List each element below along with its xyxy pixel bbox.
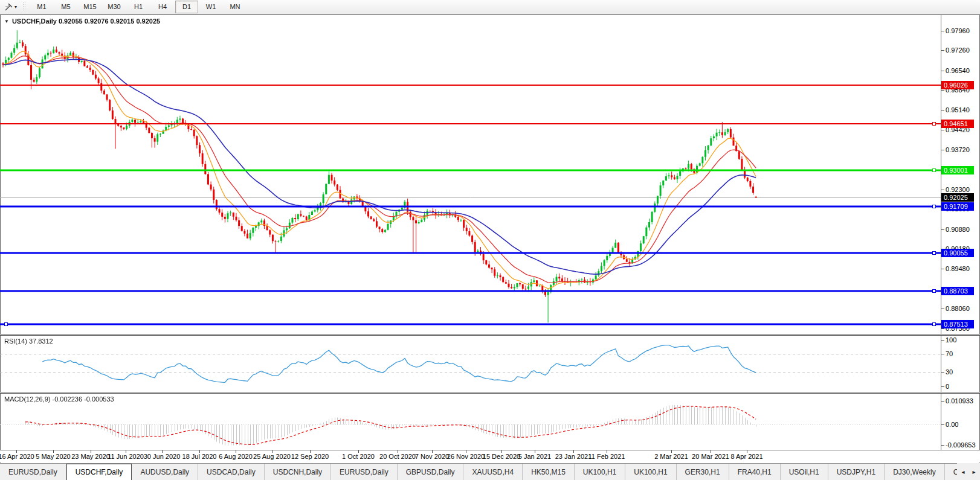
date-tick-label: 16 Apr 2020 <box>0 453 34 460</box>
main-price-chart[interactable] <box>0 15 941 334</box>
current-price-label: 0.92025 <box>941 193 974 202</box>
level-price-label: 0.94651 <box>941 120 974 128</box>
price-tick-label: 0.96540 <box>946 67 970 75</box>
level-price-label: 0.93001 <box>941 166 974 174</box>
date-tick-label: 12 Sep 2020 <box>291 453 329 460</box>
chart-tab-audusd-daily[interactable]: AUDUSD,Daily <box>132 464 198 480</box>
timeframe-button-m1[interactable]: M1 <box>30 1 53 13</box>
date-tick-label: 7 Nov 2020 <box>415 453 449 460</box>
chart-tab-usdcnh-daily[interactable]: USDCNH,Daily <box>265 464 331 480</box>
rsi-label: RSI(14) 37.8312 <box>4 338 53 345</box>
date-tick-label: 15 Dec 2020 <box>483 453 520 460</box>
date-tick-label: 26 Nov 2020 <box>447 453 485 460</box>
tab-scroll-right-icon[interactable]: ▸ <box>970 469 978 475</box>
chart-header-text: USDCHF,Daily 0.92055 0.92076 0.92015 0.9… <box>12 18 160 25</box>
crosshair-icon <box>5 3 13 11</box>
mt4-window: ▾ M1M5M15M30H1H4D1W1MN ▼ USDCHF,Daily 0.… <box>0 0 980 480</box>
chart-tab-fra40-h1[interactable]: FRA40,H1 <box>729 464 781 480</box>
tab-scroll-left-icon[interactable]: ◂ <box>959 469 967 475</box>
price-tick-label: 0.92300 <box>946 186 970 194</box>
price-tick-label: 0.93720 <box>946 146 970 154</box>
price-tick-label: 0.95140 <box>946 106 970 114</box>
date-tick-label: 30 Jun 2020 <box>144 453 181 460</box>
chart-tab-hk50-m15[interactable]: HK50,M15 <box>523 464 575 480</box>
date-tick-label: 5 Jan 2021 <box>518 453 551 460</box>
date-tick-label: 1 Oct 2020 <box>342 453 375 460</box>
timeframe-button-m30[interactable]: M30 <box>103 1 126 13</box>
date-tick-label: 11 Jun 2020 <box>108 453 144 460</box>
price-tick-label: 0.97260 <box>946 46 970 54</box>
chart-tab-uk100-h1[interactable]: UK100,H1 <box>625 464 676 480</box>
timeframe-button-group: M1M5M15M30H1H4D1W1MN <box>30 0 247 14</box>
chart-tab-xauusd-h4[interactable]: XAUUSD,H4 <box>463 464 523 480</box>
macd-indicator-panel[interactable] <box>0 394 941 449</box>
date-tick-label: 25 Aug 2020 <box>253 453 291 460</box>
timeframe-button-m5[interactable]: M5 <box>54 1 77 13</box>
timeframe-button-mn[interactable]: MN <box>224 1 247 13</box>
rsi-indicator-panel[interactable] <box>0 336 941 392</box>
date-axis: 16 Apr 20205 May 202023 May 202011 Jun 2… <box>0 450 980 462</box>
level-price-label: 0.90055 <box>941 249 974 257</box>
date-tick-label: 23 May 2020 <box>71 453 110 460</box>
price-tick-label: 0.97960 <box>946 27 970 35</box>
chart-tab-bar: EURUSD,DailyUSDCHF,DailyAUDUSD,DailyUSDC… <box>0 463 980 480</box>
chart-tab-gbpusd-daily[interactable]: GBPUSD,Daily <box>398 464 464 480</box>
date-tick-label: 5 May 2020 <box>36 453 70 460</box>
rsi-tick-label: 30 <box>946 368 953 376</box>
timeframe-button-h4[interactable]: H4 <box>151 1 174 13</box>
crosshair-tool-button[interactable]: ▾ <box>0 1 22 13</box>
date-tick-label: 2 Mar 2021 <box>654 453 688 460</box>
chart-tab-usdcad-daily[interactable]: USDCAD,Daily <box>198 464 265 480</box>
rsi-tick-label: 70 <box>946 350 953 358</box>
price-tick-label: 0.90880 <box>946 226 970 234</box>
level-price-label: 0.88703 <box>941 287 974 295</box>
date-tick-label: 23 Jan 2021 <box>555 453 592 460</box>
macd-tick-label: 0.00 <box>946 421 958 429</box>
toolbar-grip[interactable] <box>23 2 26 11</box>
chevron-down-icon: ▾ <box>15 4 17 10</box>
chart-tab-usdjpy-h1[interactable]: USDJPY,H1 <box>828 464 885 480</box>
toolbar: ▾ M1M5M15M30H1H4D1W1MN <box>0 0 980 14</box>
chart-tab-ger30-h1[interactable]: GER30,H1 <box>677 464 729 480</box>
date-tick-label: 11 Feb 2021 <box>588 453 625 460</box>
chart-header: ▼ USDCHF,Daily 0.92055 0.92076 0.92015 0… <box>4 18 160 25</box>
macd-label: MACD(12,26,9) -0.002236 -0.000533 <box>4 395 114 403</box>
rsi-tick-label: 100 <box>946 336 956 344</box>
macd-tick-label: 0.010933 <box>946 397 973 405</box>
chart-tab-dj30-weekly[interactable]: DJ30,Weekly <box>885 464 944 480</box>
chart-tab-eurusd-daily[interactable]: EURUSD,Daily <box>0 464 66 480</box>
level-price-label: 0.96026 <box>941 81 974 89</box>
chart-tab-uk100-h1[interactable]: UK100,H1 <box>575 464 625 480</box>
tab-scroll-arrows: ◂ ▸ <box>957 463 980 480</box>
price-tick-label: 0.88060 <box>946 305 970 313</box>
level-price-label: 0.91709 <box>941 202 974 211</box>
date-tick-label: 8 Apr 2021 <box>730 453 762 460</box>
price-tick-label: 0.89480 <box>946 265 970 273</box>
date-tick-label: 18 Jul 2020 <box>182 453 217 460</box>
date-tick-label: 6 Aug 2020 <box>219 453 253 460</box>
timeframe-button-m15[interactable]: M15 <box>79 1 102 13</box>
chart-tab-usdchf-daily[interactable]: USDCHF,Daily <box>66 464 132 480</box>
date-tick-label: 20 Mar 2021 <box>692 453 729 460</box>
chart-tab-eurusd-daily[interactable]: EURUSD,Daily <box>331 464 398 480</box>
date-tick-label: 20 Oct 2020 <box>379 453 416 460</box>
timeframe-button-h1[interactable]: H1 <box>127 1 150 13</box>
timeframe-button-w1[interactable]: W1 <box>199 1 222 13</box>
chart-tab-usoil-h1[interactable]: USOil,H1 <box>781 464 828 480</box>
macd-tick-label: -0.009653 <box>946 441 976 449</box>
timeframe-button-d1[interactable]: D1 <box>175 1 198 13</box>
rsi-tick-label: 0 <box>946 383 949 391</box>
collapse-triangle-icon[interactable]: ▼ <box>4 19 9 24</box>
level-price-label: 0.87513 <box>941 320 974 328</box>
